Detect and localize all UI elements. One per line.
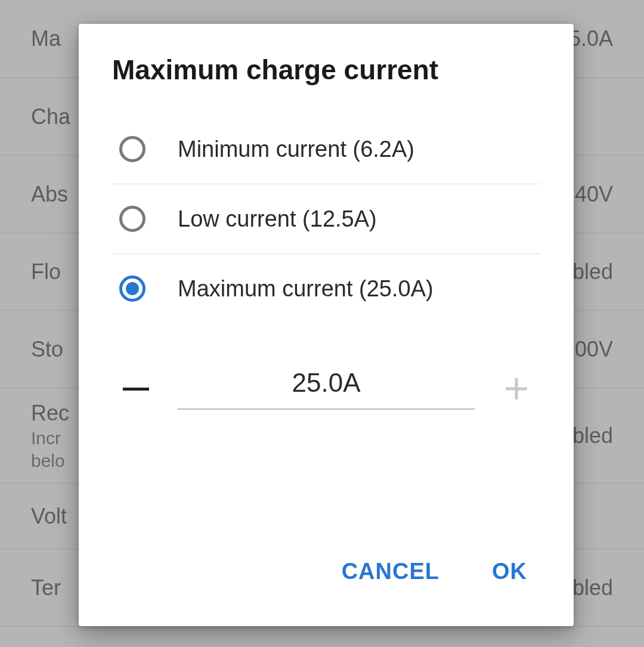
dialog-actions: CANCEL OK [79,547,574,626]
stepper-value: 25.0A [292,368,361,397]
option-low-current[interactable]: Low current (12.5A) [112,184,540,254]
option-label: Low current (12.5A) [178,206,377,232]
option-label: Maximum current (25.0A) [178,276,434,302]
option-label: Minimum current (6.2A) [178,137,414,162]
decrement-button[interactable] [112,365,160,413]
option-minimum-current[interactable]: Minimum current (6.2A) [112,114,540,184]
cancel-button[interactable]: CANCEL [337,547,444,596]
radio-icon [119,275,145,302]
stepper-value-field[interactable]: 25.0A [178,368,475,410]
dialog-title: Maximum charge current [79,54,574,114]
plus-icon [503,376,530,402]
increment-button[interactable] [493,365,540,413]
value-stepper: 25.0A [79,323,574,413]
ok-button[interactable]: OK [487,547,532,596]
option-maximum-current[interactable]: Maximum current (25.0A) [112,254,540,323]
max-charge-current-dialog: Maximum charge current Minimum current (… [79,24,574,626]
minus-icon [123,388,149,391]
radio-group: Minimum current (6.2A) Low current (12.5… [79,114,574,323]
radio-icon [119,136,145,162]
radio-icon [119,206,145,232]
